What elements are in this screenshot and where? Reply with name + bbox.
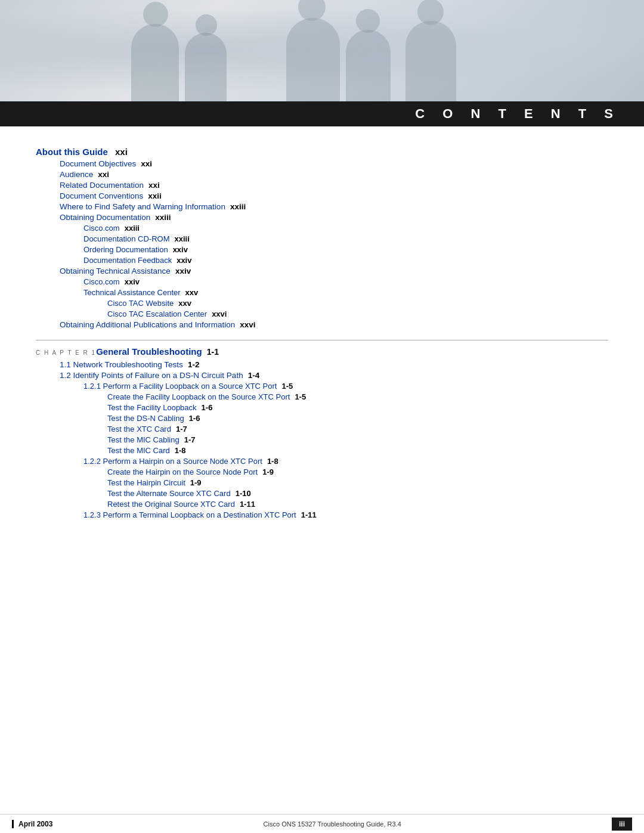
footer-date: April 2003: [12, 820, 52, 828]
toc-entry[interactable]: Test the Hairpin Circuit 1-9: [36, 478, 608, 487]
toc-entry[interactable]: 1.2.3 Perform a Terminal Loopback on a D…: [36, 510, 608, 519]
toc-entry[interactable]: Documentation CD-ROM xxiii: [36, 234, 608, 243]
toc-entry[interactable]: Test the MIC Card 1-8: [36, 446, 608, 455]
toc-entry[interactable]: Create the Hairpin on the Source Node Po…: [36, 467, 608, 476]
chapter-page: 1-1: [207, 347, 219, 357]
header-image: [0, 0, 644, 101]
toc-entry[interactable]: Related Documentation xxi: [36, 181, 608, 190]
toc-entry[interactable]: Test the XTC Card 1-7: [36, 425, 608, 433]
toc-entry[interactable]: Documentation Feedback xxiv: [36, 256, 608, 265]
chapter-title[interactable]: General Troubleshooting: [96, 346, 202, 357]
toc-entry[interactable]: Test the DS-N Cabling 1-6: [36, 414, 608, 423]
footer-page-num: iii: [612, 817, 632, 831]
toc-entry[interactable]: Cisco TAC Website xxv: [36, 299, 608, 308]
main-content: About this Guide xxi Document Objectives…: [0, 126, 644, 555]
toc-entry[interactable]: Cisco TAC Escalation Center xxvi: [36, 309, 608, 318]
toc-entry[interactable]: Cisco.com xxiv: [36, 277, 608, 286]
toc-entry[interactable]: 1.1 Network Troubleshooting Tests 1-2: [36, 360, 608, 369]
contents-title: C O N T E N T S: [415, 106, 620, 121]
footer-doc-title: Cisco ONS 15327 Troubleshooting Guide, R…: [264, 820, 401, 828]
toc-entry[interactable]: Audience xxi: [36, 170, 608, 179]
toc-entry[interactable]: Cisco.com xxiii: [36, 224, 608, 233]
toc-entry[interactable]: Obtaining Additional Publications and In…: [36, 320, 608, 329]
footer: April 2003 Cisco ONS 15327 Troubleshooti…: [0, 814, 644, 833]
about-guide-heading[interactable]: About this Guide xxi: [36, 147, 608, 157]
toc-entry[interactable]: Test the Facility Loopback 1-6: [36, 403, 608, 412]
toc-entry[interactable]: Create the Facility Loopback on the Sour…: [36, 392, 608, 401]
toc-entry[interactable]: Document Objectives xxi: [36, 159, 608, 168]
toc-entry[interactable]: Obtaining Documentation xxiii: [36, 213, 608, 222]
toc-entry[interactable]: Technical Assistance Center xxv: [36, 288, 608, 297]
toc-entry[interactable]: Document Conventions xxii: [36, 191, 608, 200]
toc-entry[interactable]: Where to Find Safety and Warning Informa…: [36, 202, 608, 211]
chapter-1-row: C H A P T E R 1 General Troubleshooting …: [36, 340, 608, 357]
toc-entry[interactable]: Test the Alternate Source XTC Card 1-10: [36, 489, 608, 498]
toc-entry[interactable]: 1.2 Identify Points of Failure on a DS-N…: [36, 371, 608, 380]
toc-entry[interactable]: Test the MIC Cabling 1-7: [36, 435, 608, 444]
toc-entry[interactable]: 1.2.1 Perform a Facility Loopback on a S…: [36, 382, 608, 391]
toc-entry[interactable]: 1.2.2 Perform a Hairpin on a Source Node…: [36, 457, 608, 466]
toc-entry[interactable]: Retest the Original Source XTC Card 1-11: [36, 500, 608, 509]
chapter-label: C H A P T E R 1: [36, 349, 96, 356]
contents-bar: C O N T E N T S: [0, 101, 644, 126]
toc-entry[interactable]: Ordering Documentation xxiv: [36, 245, 608, 254]
toc-entry[interactable]: Obtaining Technical Assistance xxiv: [36, 267, 608, 275]
